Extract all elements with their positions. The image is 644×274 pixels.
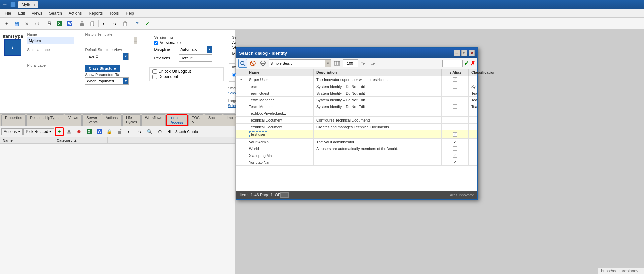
dialog-minimize-button[interactable]: ─ [454, 50, 460, 56]
undo2-button[interactable]: ↩ [125, 127, 134, 136]
dialog-sort-desc-button[interactable] [369, 59, 378, 68]
plural-label-input[interactable] [27, 68, 74, 75]
count-input[interactable] [343, 59, 358, 67]
word-export-button[interactable]: W [95, 127, 104, 136]
dialog-table-row[interactable]: TeamSystem Identity – Do Not EditSystem [236, 83, 477, 90]
dialog-table-row[interactable]: ▼Super UserThe Innovator super user with… [236, 76, 477, 83]
dialog-table-row[interactable]: Vault AdminThe Vault administrator. [236, 139, 477, 145]
dialog-table-row[interactable]: Technical Document...Configures Technica… [236, 117, 477, 124]
actions-button[interactable]: Actions ▼ [1, 128, 23, 135]
revisions-input[interactable] [179, 54, 212, 62]
add-row-button[interactable]: + [55, 127, 64, 136]
dialog-table-row[interactable]: Xiaoqiang Ma [236, 152, 477, 159]
tabs-off-select[interactable]: Tabs Off ▼ [85, 53, 129, 60]
cut-button[interactable] [64, 127, 74, 136]
row-is-alias-cell[interactable] [442, 90, 469, 96]
excel-button[interactable]: X [55, 19, 64, 28]
dialog-table-row[interactable]: Team MemberSystem Identity – Do Not Edit… [236, 103, 477, 110]
row-is-alias-cell[interactable] [442, 139, 469, 145]
row-is-alias-cell[interactable] [442, 152, 469, 159]
menu-actions[interactable]: Actions [65, 10, 85, 16]
dialog-table-row[interactable]: test user [236, 130, 477, 139]
hamburger-icon[interactable]: ☰ [3, 2, 7, 7]
search-btn[interactable]: 🔍 [145, 127, 155, 136]
excel-export-button[interactable]: X [84, 127, 94, 136]
dialog-sort-asc-button[interactable] [359, 59, 368, 68]
when-populated-select[interactable]: When Populated ▼ [85, 77, 129, 85]
dialog-close-button[interactable]: ✕ [469, 50, 475, 56]
help-button[interactable]: ? [133, 19, 142, 28]
th-category[interactable]: Category ▲ [54, 137, 108, 143]
app-tab[interactable]: MyItem [18, 1, 38, 8]
search-type-arrow[interactable]: ▼ [325, 60, 331, 67]
class-structure-button[interactable]: Class Structure [85, 65, 120, 72]
search-type-input[interactable] [269, 60, 325, 67]
dialog-col-name[interactable]: Name [246, 69, 314, 76]
lock-button[interactable] [77, 19, 87, 28]
row-is-alias-cell[interactable] [442, 103, 469, 110]
menu-file[interactable]: File [1, 10, 14, 16]
singular-label-input[interactable] [27, 53, 74, 60]
dialog-search-icon-button[interactable] [238, 59, 247, 68]
tab-toc-access[interactable]: TOC Access [166, 114, 188, 126]
dialog-filter-button[interactable] [259, 59, 267, 68]
page-btn[interactable]: ... [280, 192, 288, 198]
menu-search[interactable]: Search [46, 10, 65, 16]
menu-tools[interactable]: Tools [106, 10, 122, 16]
undo-button[interactable]: ↩ [100, 19, 109, 28]
word-button[interactable]: W [65, 19, 74, 28]
row-is-alias-cell[interactable] [442, 76, 469, 83]
tab-actions[interactable]: Actions [102, 114, 122, 126]
unlock2-button[interactable] [115, 127, 124, 136]
discipline-arrow[interactable]: ▼ [207, 46, 212, 53]
row-is-alias-cell[interactable] [442, 124, 469, 130]
tab-properties[interactable]: Properties [1, 114, 26, 126]
dialog-confirm-button[interactable]: ✓ [464, 60, 469, 67]
row-is-alias-cell[interactable] [442, 145, 469, 152]
dialog-reject-button[interactable]: ✗ [470, 60, 475, 67]
approve-button[interactable]: ✓ [143, 19, 152, 28]
dialog-table-row[interactable]: TechDocPriveledged... [236, 110, 477, 117]
menu-views[interactable]: Views [28, 10, 46, 16]
new-button[interactable]: ＋ [2, 19, 11, 28]
row-is-alias-cell[interactable] [442, 83, 469, 90]
row-is-alias-cell[interactable] [442, 130, 469, 138]
dialog-clear-button[interactable] [248, 59, 257, 68]
dialog-table-row[interactable]: Team ManagerSystem Identity – Do Not Edi… [236, 97, 477, 103]
print-button[interactable] [45, 19, 54, 28]
tab-views[interactable]: Views [65, 114, 82, 126]
lock2-button[interactable]: 🔒 [105, 127, 114, 136]
tab-workflows[interactable]: Workflows [141, 114, 166, 126]
delete-button[interactable]: ⊗ [74, 127, 84, 136]
dialog-table-row[interactable]: WorldAll users are automatically members… [236, 145, 477, 152]
discipline-select[interactable]: Automatic ▼ [179, 46, 212, 53]
dialog-col-is-alias[interactable]: Is Alias [442, 69, 469, 76]
menu-reports[interactable]: Reports [85, 10, 106, 16]
copy-button[interactable] [88, 19, 97, 28]
tab-relationship-types[interactable]: RelationshipTypes [26, 114, 64, 126]
dependent-checkbox[interactable] [152, 75, 157, 79]
expand-btn[interactable]: ⊕ [155, 127, 165, 136]
redo2-button[interactable]: ↪ [135, 127, 144, 136]
name-input[interactable] [27, 37, 74, 44]
dialog-columns-button[interactable] [333, 59, 341, 68]
menu-help[interactable]: Help [122, 10, 137, 16]
history-template-combo[interactable]: ... [85, 37, 129, 44]
dialog-maximize-button[interactable]: □ [461, 50, 467, 56]
tab-social[interactable]: Social [205, 114, 222, 126]
dialog-table-row[interactable]: Team GuestSystem Identity – Do Not EditT… [236, 90, 477, 97]
unlock-on-logout-checkbox[interactable] [152, 69, 157, 74]
versionable-checkbox[interactable] [154, 41, 158, 45]
paste-button[interactable] [120, 19, 130, 28]
search-type-dropdown[interactable]: ▼ [269, 59, 331, 67]
tab-server-events[interactable]: Server Events [82, 114, 101, 126]
save-button[interactable] [12, 19, 22, 28]
history-template-input[interactable] [85, 37, 134, 44]
dialog-table-row[interactable]: Technical Document...Creates and manages… [236, 124, 477, 130]
when-populated-arrow[interactable]: ▼ [123, 78, 128, 84]
row-is-alias-cell[interactable] [442, 97, 469, 103]
pick-related-button[interactable]: Pick Related ▼ [23, 128, 54, 135]
cancel-button[interactable]: ✕ [22, 19, 32, 28]
row-name-cell[interactable]: test user [246, 130, 314, 138]
tab-life-cycles[interactable]: Life Cycles [122, 114, 141, 126]
